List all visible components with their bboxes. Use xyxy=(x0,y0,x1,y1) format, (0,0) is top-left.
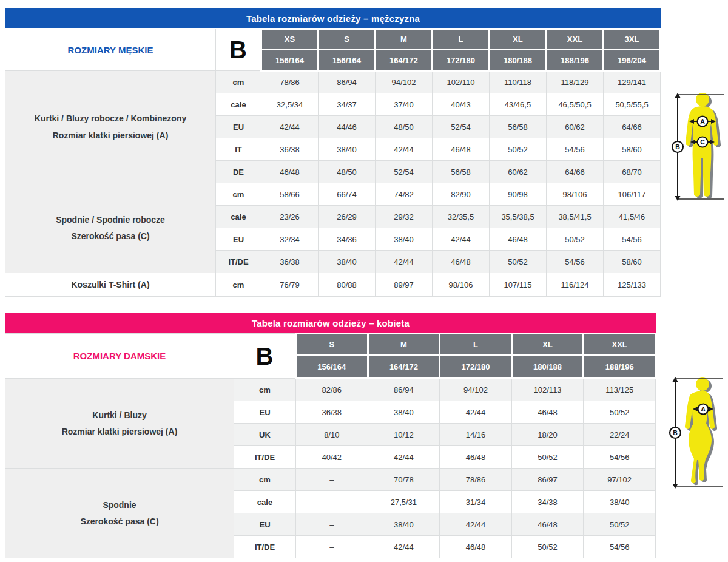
value-cell: 50,5/55,5 xyxy=(604,93,661,116)
height-range-header: 172/180 xyxy=(440,356,512,379)
height-range-header: 156/164 xyxy=(261,50,318,71)
value-cell: 56/58 xyxy=(490,116,547,138)
size-column-header: XL xyxy=(490,29,547,50)
value-cell: 38/40 xyxy=(318,138,376,161)
value-cell: 18/20 xyxy=(511,424,584,446)
unit-cell: cale xyxy=(234,491,296,513)
female-measurement-figure: A B xyxy=(669,374,728,492)
value-cell: 38/40 xyxy=(318,251,376,273)
value-cell: 74/82 xyxy=(376,183,433,206)
unit-cell: EU xyxy=(234,401,296,424)
value-cell: 40/43 xyxy=(433,93,490,116)
value-cell: 52/54 xyxy=(433,116,490,138)
height-range-header: 180/188 xyxy=(511,356,584,379)
value-cell: 102/110 xyxy=(433,71,490,93)
men-size-table: ROZMIARY MĘSKIEBXSSMLXLXXL3XL156/164156/… xyxy=(5,28,661,297)
group-label-cell: Spodnie / Spodnie roboczeSzerokość pasa … xyxy=(5,183,216,273)
unit-cell: IT xyxy=(216,138,261,161)
value-cell: 46/48 xyxy=(490,228,547,251)
size-column-header: XS xyxy=(261,29,318,50)
women-table-title-bar: Tabela rozmiarów odzieży – kobieta xyxy=(5,313,656,333)
group-label-line: Spodnie / Spodnie robocze xyxy=(5,215,215,225)
value-cell: 46/48 xyxy=(433,251,490,273)
unit-cell: cm xyxy=(216,273,261,297)
female-chest-letter: A xyxy=(701,405,706,413)
group-label-cell: Kurtki / BluzyRozmiar klatki piersiowej … xyxy=(5,379,234,469)
table-row: Koszulki T-Shirt (A)cm76/7980/8889/9798/… xyxy=(5,273,661,297)
value-cell: 58/66 xyxy=(261,183,318,206)
male-silhouette-icon: A C B xyxy=(671,90,728,204)
size-column-header: XL xyxy=(511,334,584,356)
value-cell: 118/129 xyxy=(547,71,604,93)
value-cell: 56/58 xyxy=(433,161,490,183)
value-cell: 90/98 xyxy=(490,183,547,206)
group-label-line: Koszulki T-Shirt (A) xyxy=(5,280,215,289)
value-cell: 64/66 xyxy=(604,116,661,138)
value-cell: 50/52 xyxy=(511,536,584,558)
table-header-label: ROZMIARY MĘSKIE xyxy=(5,45,215,55)
value-cell: 94/102 xyxy=(440,379,512,401)
size-column-header: L xyxy=(440,334,512,356)
value-cell: 44/46 xyxy=(318,116,376,138)
value-cell: 125/133 xyxy=(604,273,661,297)
value-cell: 54/56 xyxy=(604,228,661,251)
value-cell: 98/106 xyxy=(433,273,490,297)
value-cell: 97/102 xyxy=(584,469,656,491)
value-cell: 46/48 xyxy=(261,161,318,183)
male-chest-letter: A xyxy=(700,118,705,125)
height-symbol-cell: B xyxy=(234,334,296,379)
height-range-header: 164/172 xyxy=(376,50,433,71)
group-label-line: Rozmiar klatki piersiowej (A) xyxy=(5,427,234,436)
female-height-letter: B xyxy=(673,429,678,436)
table-row: Kurtki / BluzyRozmiar klatki piersiowej … xyxy=(5,379,656,401)
value-cell: 48/50 xyxy=(376,116,433,138)
value-cell: 86/94 xyxy=(318,71,376,93)
value-cell: 14/16 xyxy=(440,424,512,446)
unit-cell: IT/DE xyxy=(234,446,296,469)
male-measurement-figure: A C B xyxy=(671,90,728,204)
value-cell: – xyxy=(296,469,368,491)
value-cell: 23/26 xyxy=(261,206,318,228)
value-cell: 58/60 xyxy=(604,138,661,161)
group-label-line: Kurtki / Bluzy robocze / Kombinezony xyxy=(5,113,215,123)
table-row: SpodnieSzerokość pasa (C)cm–70/7878/8686… xyxy=(5,469,656,491)
men-size-section: Tabela rozmiarów odzieży – mężczyzna ROZ… xyxy=(5,8,661,297)
height-range-header: 188/196 xyxy=(547,50,604,71)
value-cell: 50/52 xyxy=(547,228,604,251)
male-height-letter: B xyxy=(675,143,680,151)
value-cell: 66/74 xyxy=(318,183,376,206)
male-waist-letter: C xyxy=(700,138,705,146)
value-cell: 116/124 xyxy=(547,273,604,297)
value-cell: 46,5/50,5 xyxy=(547,93,604,116)
unit-cell: UK xyxy=(234,424,296,446)
value-cell: 50/52 xyxy=(490,138,547,161)
value-cell: 54/56 xyxy=(584,536,656,558)
size-column-header: M xyxy=(368,334,440,356)
value-cell: 78/86 xyxy=(261,71,318,93)
value-cell: 46/48 xyxy=(433,138,490,161)
arrow-down-icon xyxy=(673,484,678,489)
value-cell: 60/62 xyxy=(490,161,547,183)
unit-cell: cm xyxy=(234,469,296,491)
value-cell: 29/32 xyxy=(376,206,433,228)
value-cell: 43/46,5 xyxy=(490,93,547,116)
size-column-header: 3XL xyxy=(604,29,661,50)
value-cell: 42/44 xyxy=(440,513,512,536)
value-cell: 35,5/38,5 xyxy=(490,206,547,228)
size-column-header: S xyxy=(296,334,368,356)
unit-cell: cm xyxy=(216,183,261,206)
value-cell: 89/97 xyxy=(376,273,433,297)
value-cell: 36/38 xyxy=(261,138,318,161)
unit-cell: cm xyxy=(234,379,296,401)
value-cell: 86/97 xyxy=(511,469,584,491)
value-cell: 42/44 xyxy=(376,251,433,273)
group-label-line: Szerokość pasa (C) xyxy=(5,231,215,241)
value-cell: 42/44 xyxy=(376,138,433,161)
value-cell: 78/86 xyxy=(440,469,512,491)
men-table-title: Tabela rozmiarów odzieży – mężczyzna xyxy=(246,13,420,24)
arrow-up-icon xyxy=(675,93,681,98)
value-cell: 42/44 xyxy=(368,446,440,469)
height-range-header: 188/196 xyxy=(584,356,656,379)
unit-cell: cale xyxy=(216,93,261,116)
value-cell: 82/90 xyxy=(433,183,490,206)
